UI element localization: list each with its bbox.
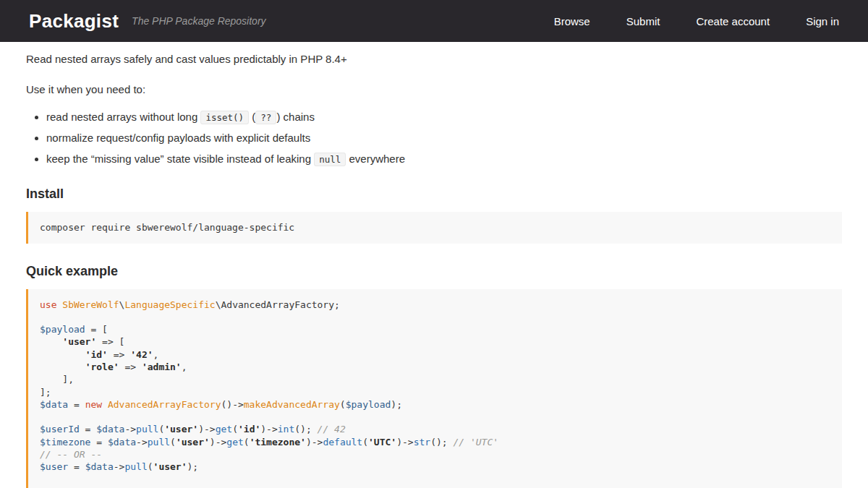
nav-sign-in[interactable]: Sign in	[806, 15, 839, 27]
example-heading: Quick example	[26, 264, 842, 279]
install-code: composer require sbwerewolf/language-spe…	[26, 212, 842, 243]
use-when-paragraph: Use it when you need to:	[26, 82, 842, 97]
brand-tagline: The PHP Package Repository	[132, 15, 265, 27]
feature-list: read nested arrays without long isset() …	[26, 109, 842, 166]
inline-code: ??	[255, 111, 276, 124]
top-nav: Packagist The PHP Package Repository Bro…	[0, 0, 868, 42]
nav-browse[interactable]: Browse	[554, 15, 590, 27]
inline-code: isset()	[200, 111, 249, 124]
nav-create-account[interactable]: Create account	[696, 15, 770, 27]
brand-logo[interactable]: Packagist	[29, 10, 119, 33]
list-item: normalize request/config payloads with e…	[46, 130, 842, 146]
list-item: keep the “missing value” state visible i…	[46, 151, 842, 167]
list-item: read nested arrays without long isset() …	[46, 109, 842, 125]
install-heading: Install	[26, 187, 842, 202]
example-code-body: use SbWereWolf\LanguageSpecific\Advanced…	[40, 299, 498, 488]
example-code: use SbWereWolf\LanguageSpecific\Advanced…	[26, 289, 842, 488]
intro-paragraph: Read nested arrays safely and cast value…	[26, 52, 842, 67]
readme-content: Read nested arrays safely and cast value…	[0, 42, 868, 488]
nav-links: Browse Submit Create account Sign in	[554, 15, 839, 27]
inline-code: null	[314, 153, 346, 166]
nav-submit[interactable]: Submit	[626, 15, 660, 27]
